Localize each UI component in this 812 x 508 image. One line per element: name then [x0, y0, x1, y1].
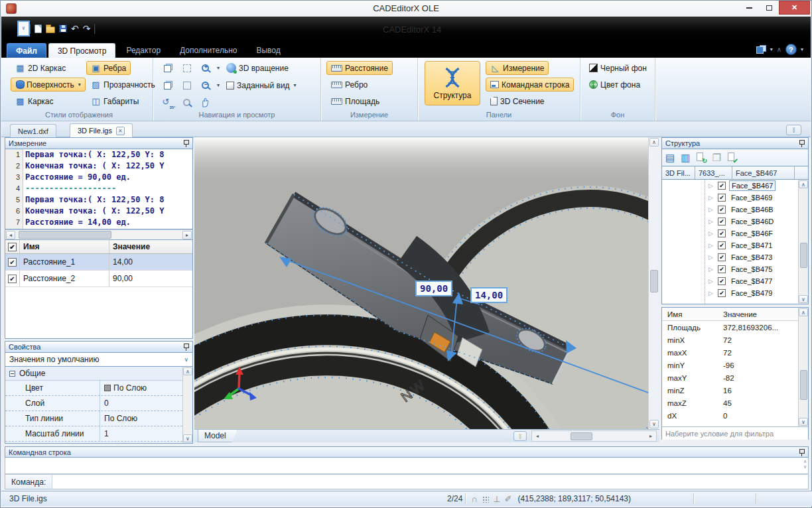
edges-button[interactable]: ▣ Ребра — [86, 61, 131, 75]
save-file-icon[interactable] — [59, 25, 67, 32]
dimension-label-14[interactable]: 14,00 — [470, 287, 508, 303]
breadcrumb-file[interactable]: 3D Fil... — [662, 166, 695, 179]
viewport-3d[interactable]: NW — [194, 137, 648, 429]
scroll-down-icon[interactable]: ∨ — [799, 418, 808, 426]
scroll-right-icon[interactable]: ▸ — [182, 231, 192, 239]
prop-row[interactable]: maxY-82 — [662, 371, 808, 384]
redo-icon[interactable]: ↷ — [83, 24, 91, 33]
columns-view-icon[interactable]: ▥ — [681, 153, 690, 162]
pin-icon[interactable] — [798, 448, 805, 456]
properties-preset-dropdown[interactable]: Значения по умолчанию ∨ — [5, 353, 193, 367]
help-icon[interactable]: ? — [785, 44, 797, 55]
visibility-checkbox[interactable]: ✔ — [718, 289, 726, 297]
refresh-icon[interactable]: ↻ — [696, 153, 706, 162]
visibility-checkbox[interactable]: ✔ — [718, 265, 726, 273]
copy-icon[interactable]: ❐ — [712, 153, 720, 162]
scroll-left-icon[interactable]: ◂ — [533, 432, 542, 440]
doc-tab-new1[interactable]: New1.dxf — [10, 124, 56, 137]
model-space-tab[interactable]: Model — [198, 430, 237, 442]
visibility-checkbox[interactable]: ✔ — [718, 277, 726, 285]
prop-row[interactable]: maxX72 — [662, 346, 808, 359]
tree-item[interactable]: ▷✔Face_$B473 — [662, 251, 808, 263]
expand-icon[interactable]: ▷ — [709, 266, 714, 273]
scroll-down-icon[interactable]: ∨ — [183, 434, 192, 442]
scrollbar-thumb[interactable] — [571, 432, 592, 440]
log-horizontal-scrollbar[interactable]: ◂ ▸ — [5, 229, 193, 240]
tab-extra[interactable]: Дополнительно — [171, 43, 245, 58]
pin-icon[interactable] — [182, 343, 189, 351]
maximize-button[interactable] — [759, 1, 779, 15]
viewport-horizontal-scrollbar[interactable]: ◂ ▸ — [531, 430, 657, 442]
row-checkbox[interactable]: ✔ — [8, 275, 17, 283]
filter-input[interactable] — [662, 428, 808, 440]
zoom-extents-icon[interactable] — [180, 78, 194, 92]
tree-item[interactable]: ▷✔Face_$B46D — [662, 216, 808, 227]
tab-3d-view[interactable]: 3D Просмотр — [48, 43, 115, 58]
pin-icon[interactable] — [798, 139, 805, 147]
tree-item[interactable]: ▷✔Face_$B46F — [662, 227, 808, 239]
windows-icon[interactable] — [756, 45, 766, 54]
qat-customize-icon[interactable]: ∨ — [17, 21, 30, 36]
distance-button[interactable]: Расстояние — [326, 61, 393, 75]
surface-button[interactable]: Поверхность ▾ — [11, 78, 86, 92]
zoom-previous-icon[interactable] — [180, 95, 194, 109]
expand-icon[interactable]: ▷ — [709, 278, 714, 285]
command-input[interactable] — [52, 475, 808, 489]
expand-icon[interactable]: ▷ — [709, 230, 714, 237]
visibility-checkbox[interactable]: ✔ — [718, 229, 726, 237]
wireframe-button[interactable]: ▩ Каркас — [11, 94, 58, 108]
structure-panel-button[interactable]: Структура — [425, 61, 480, 105]
scrollbar-thumb[interactable] — [800, 370, 807, 400]
command-line-panel-button[interactable]: Командная строка — [486, 78, 574, 92]
magnet-snap-icon[interactable]: ∩ — [468, 494, 480, 504]
section-3d-button[interactable]: 3D Сечение — [486, 94, 549, 108]
expand-icon[interactable]: ▷ — [709, 182, 714, 189]
scrollbar-thumb[interactable] — [650, 270, 658, 292]
zoom-in-caret-icon[interactable]: ▾ — [217, 65, 220, 71]
tree-vertical-scrollbar[interactable]: ∧ ∨ — [798, 180, 808, 304]
help-caret-icon[interactable]: ▾ — [801, 46, 803, 52]
tab-editor[interactable]: Редактор — [117, 43, 169, 58]
undo-icon[interactable]: ↶ — [71, 24, 79, 33]
scroll-up-icon[interactable]: ∧ — [183, 367, 192, 375]
collapse-ribbon-icon[interactable]: ∧ — [777, 46, 781, 53]
property-row[interactable]: Цвет По Слою — [5, 381, 192, 396]
preset-view-button[interactable]: Заданный вид ▾ — [224, 78, 299, 92]
tab-file[interactable]: Файл — [7, 43, 46, 58]
scroll-left-icon[interactable]: ◂ — [6, 231, 15, 239]
pin-icon[interactable] — [182, 139, 189, 147]
dimension-label-90[interactable]: 90,00 — [415, 281, 452, 296]
close-button[interactable]: ✕ — [779, 1, 810, 15]
open-file-icon[interactable] — [46, 27, 55, 33]
close-tab-icon[interactable]: ✕ — [116, 127, 125, 135]
expand-icon[interactable]: ▷ — [709, 242, 714, 249]
tree-item[interactable]: ▷✔Face_$B467 — [662, 180, 808, 192]
new-file-icon[interactable] — [34, 25, 42, 33]
prop-row[interactable]: dX0 — [662, 409, 808, 422]
grid-snap-icon[interactable] — [482, 495, 489, 503]
property-group-general[interactable]: Общие — [5, 367, 192, 381]
tree-item[interactable]: ▷✔Face_$B475 — [662, 263, 808, 275]
scroll-down-icon[interactable]: ∨ — [803, 464, 807, 469]
property-row[interactable]: Тип линии По Слою — [5, 411, 192, 426]
select-all-checkbox[interactable]: ✔ — [8, 243, 17, 251]
prop-row[interactable]: minZ16 — [662, 384, 808, 397]
rotate-3d-button[interactable]: 3D вращение — [224, 61, 291, 75]
expand-icon[interactable]: ▷ — [709, 194, 714, 201]
visibility-checkbox[interactable]: ✔ — [718, 253, 726, 261]
pan-view-icon[interactable] — [161, 61, 175, 75]
transparency-button[interactable]: ▨ Прозрачность — [86, 78, 160, 92]
table-row[interactable]: ✔ Расстояние_2 90,00 — [5, 271, 192, 287]
pan-hand-icon[interactable] — [198, 95, 212, 109]
collapse-icon[interactable] — [9, 371, 15, 377]
prop-row[interactable]: minX72 — [662, 334, 808, 346]
visibility-checkbox[interactable]: ✔ — [718, 194, 726, 202]
area-button[interactable]: Площадь — [326, 94, 384, 108]
black-background-button[interactable]: Черный фон — [584, 61, 651, 75]
visibility-checkbox[interactable]: ✔ — [718, 206, 726, 214]
property-row[interactable]: Слой 0 — [5, 396, 192, 411]
prop-row[interactable]: minY-96 — [662, 359, 808, 371]
measurement-panel-button[interactable]: ◺ Измерение — [486, 61, 549, 75]
tab-output[interactable]: Вывод — [247, 43, 289, 58]
scroll-up-icon[interactable]: ∧ — [649, 138, 659, 147]
